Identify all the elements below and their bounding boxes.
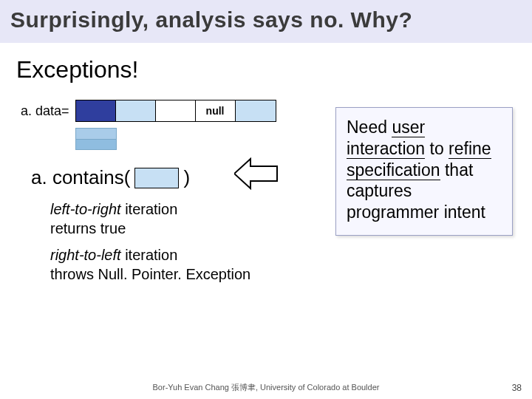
array-cell-2 bbox=[156, 100, 196, 121]
bullet-ltr-italic: left-to-right bbox=[50, 201, 125, 217]
array: null bbox=[75, 100, 276, 122]
svg-marker-0 bbox=[234, 159, 277, 188]
bullet-ltr-rest1: iteration bbox=[125, 201, 177, 217]
footer-text: Bor-Yuh Evan Chang 張博聿, University of Co… bbox=[0, 382, 532, 393]
title-band: Surprisingly, analysis says no. Why? bbox=[0, 0, 532, 43]
bullet-rtl-rest2: throws Null. Pointer. Exception bbox=[50, 266, 250, 282]
call-suffix: ) bbox=[183, 166, 190, 189]
left-arrow-icon bbox=[234, 157, 279, 190]
array-cell-4 bbox=[236, 100, 276, 121]
callout-text-1a: Need bbox=[347, 117, 392, 137]
array-cell-1 bbox=[116, 100, 156, 121]
array-label: a. data= bbox=[21, 103, 69, 119]
stacked-boxes bbox=[75, 128, 117, 150]
subheading: Exceptions! bbox=[16, 56, 516, 83]
slide-title: Surprisingly, analysis says no. Why? bbox=[10, 7, 522, 33]
callout-box: Need user interaction to refine specific… bbox=[335, 107, 513, 236]
call-argument-box bbox=[134, 168, 179, 188]
array-cell-0 bbox=[76, 100, 116, 121]
bullet-rtl-italic: right-to-left bbox=[50, 247, 125, 263]
bullet-list: left-to-right iteration returns true rig… bbox=[50, 200, 316, 284]
bullet-rtl-rest1: iteration bbox=[125, 247, 177, 263]
page-number: 38 bbox=[512, 383, 522, 393]
bullet-ltr: left-to-right iteration returns true bbox=[50, 200, 316, 238]
bullet-ltr-rest2: returns true bbox=[50, 220, 126, 236]
bullet-rtl: right-to-left iteration throws Null. Poi… bbox=[50, 245, 316, 284]
call-prefix: a. contains( bbox=[31, 166, 130, 189]
array-cell-3: null bbox=[196, 100, 236, 121]
callout-text-2a: to bbox=[425, 139, 449, 158]
